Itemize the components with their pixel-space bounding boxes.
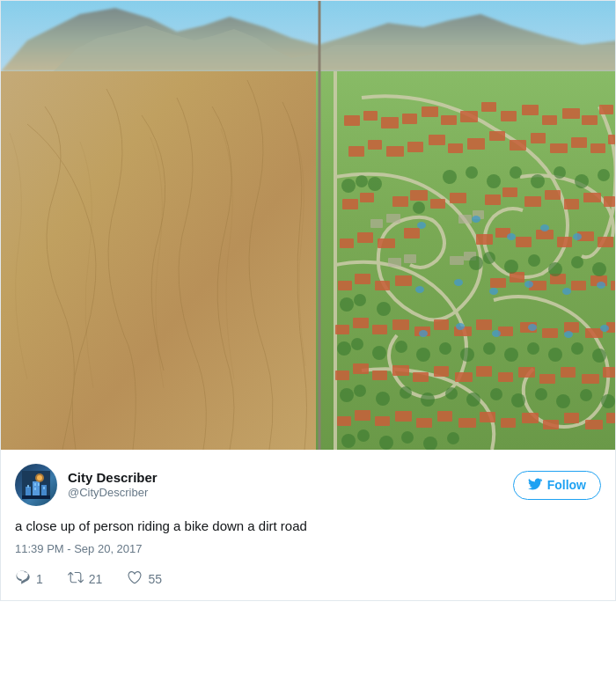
svg-point-145 [416, 348, 430, 362]
svg-rect-111 [370, 219, 383, 228]
tweet-text: a close up of person riding a bike down … [15, 517, 601, 537]
svg-rect-74 [434, 319, 449, 330]
svg-rect-199 [34, 488, 36, 490]
svg-rect-30 [550, 143, 568, 153]
svg-point-180 [489, 288, 498, 295]
svg-point-133 [377, 302, 391, 316]
svg-point-155 [354, 385, 366, 397]
svg-point-162 [511, 393, 525, 407]
svg-rect-107 [543, 420, 559, 429]
svg-rect-62 [490, 278, 506, 288]
svg-rect-15 [522, 105, 539, 115]
svg-rect-34 [342, 199, 358, 209]
svg-point-123 [443, 170, 457, 184]
svg-point-152 [571, 342, 583, 355]
svg-point-168 [357, 429, 370, 442]
follow-button[interactable]: Follow [513, 471, 601, 500]
svg-point-146 [439, 342, 451, 355]
retweet-icon [68, 569, 84, 590]
svg-rect-200 [38, 483, 40, 486]
svg-rect-60 [375, 281, 390, 290]
username[interactable]: @CityDescriber [68, 486, 158, 501]
svg-rect-47 [340, 238, 354, 248]
svg-rect-21 [368, 140, 382, 150]
svg-point-147 [460, 348, 474, 362]
svg-rect-76 [476, 319, 492, 330]
svg-rect-39 [450, 193, 466, 203]
svg-rect-58 [338, 281, 352, 290]
svg-rect-17 [562, 108, 580, 119]
svg-rect-33 [608, 135, 615, 144]
follow-button-label: Follow [547, 478, 586, 492]
avatar[interactable] [15, 464, 57, 506]
svg-rect-117 [450, 256, 464, 265]
svg-rect-18 [582, 115, 598, 125]
retweet-action[interactable]: 21 [68, 569, 103, 590]
svg-rect-99 [375, 416, 390, 426]
svg-point-151 [548, 348, 562, 362]
svg-rect-70 [353, 318, 369, 328]
svg-rect-109 [585, 420, 603, 429]
reply-action[interactable]: 1 [15, 569, 43, 590]
svg-point-182 [562, 288, 571, 295]
svg-rect-95 [582, 374, 599, 384]
svg-point-158 [421, 393, 435, 407]
svg-rect-86 [392, 365, 409, 376]
like-action[interactable]: 55 [127, 569, 162, 590]
like-count: 55 [148, 572, 162, 586]
svg-rect-46 [604, 196, 615, 207]
svg-point-176 [540, 224, 549, 231]
svg-rect-59 [355, 274, 370, 284]
avatar-image [15, 464, 57, 506]
svg-point-135 [483, 252, 495, 264]
svg-rect-93 [539, 374, 555, 384]
svg-rect-49 [378, 238, 395, 248]
svg-point-148 [483, 342, 495, 355]
svg-point-124 [466, 166, 478, 179]
svg-point-169 [379, 436, 393, 450]
svg-point-153 [592, 349, 606, 363]
user-info: City Describer @CityDescriber [15, 464, 158, 506]
svg-point-130 [598, 169, 610, 181]
svg-point-137 [528, 254, 540, 267]
svg-rect-101 [416, 418, 432, 428]
svg-point-127 [531, 174, 545, 188]
svg-point-186 [492, 330, 501, 337]
svg-point-188 [564, 331, 573, 338]
svg-rect-110 [606, 413, 615, 423]
svg-rect-57 [598, 237, 613, 247]
svg-point-159 [445, 387, 458, 400]
svg-rect-80 [564, 322, 579, 333]
tweet-content: City Describer @CityDescriber Follow a c… [1, 450, 615, 600]
svg-point-139 [571, 256, 583, 268]
like-icon [127, 569, 143, 590]
svg-rect-55 [557, 237, 572, 247]
svg-point-161 [490, 388, 502, 400]
svg-rect-32 [590, 143, 605, 153]
svg-point-181 [524, 281, 533, 288]
svg-rect-66 [571, 281, 586, 290]
svg-rect-48 [357, 232, 373, 243]
svg-rect-13 [481, 102, 496, 112]
display-name[interactable]: City Describer [68, 470, 158, 486]
svg-rect-25 [448, 143, 463, 153]
svg-point-149 [504, 348, 518, 362]
svg-rect-198 [34, 483, 36, 486]
svg-point-129 [575, 174, 589, 188]
svg-point-132 [354, 294, 366, 306]
svg-rect-36 [392, 196, 408, 207]
svg-rect-115 [388, 258, 401, 267]
svg-rect-89 [455, 372, 473, 382]
svg-point-183 [597, 282, 605, 289]
svg-rect-116 [404, 254, 416, 263]
user-names: City Describer @CityDescriber [68, 470, 158, 501]
svg-point-142 [351, 338, 363, 350]
svg-rect-22 [386, 146, 404, 157]
svg-rect-44 [564, 199, 579, 209]
svg-rect-100 [395, 411, 412, 422]
svg-rect-81 [585, 328, 603, 338]
svg-rect-27 [489, 131, 505, 141]
svg-rect-113 [458, 215, 472, 224]
reply-icon [15, 569, 31, 590]
svg-point-140 [592, 262, 606, 276]
